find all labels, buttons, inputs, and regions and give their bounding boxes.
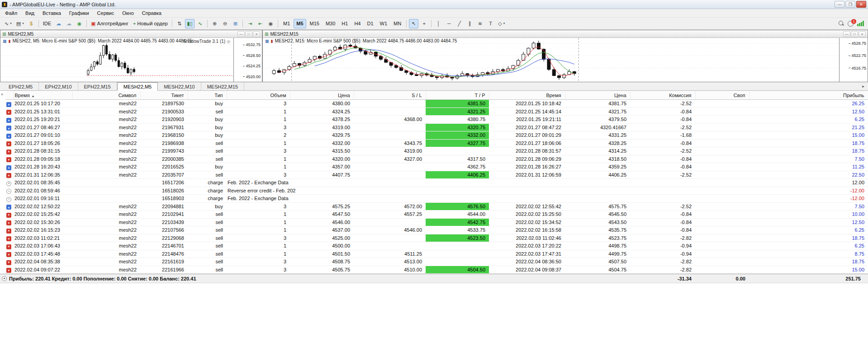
history-row[interactable]: ▼2022.02.02 15:25:42mesh2222102941sell14… [5,210,868,219]
timeframe-m1-button[interactable]: M1 [280,19,293,28]
bars-button[interactable]: ⇅ [175,19,184,28]
notifications-icon[interactable]: 1 [848,21,854,27]
candlestick-chart[interactable] [263,38,839,82]
history-row[interactable]: ▼2022.01.25 13:31:01mesh2221900533sell14… [5,108,868,116]
timeframe-mn-button[interactable]: MN [391,19,404,28]
community-icon[interactable]: ◉ [75,19,84,28]
zoom-in-button[interactable]: ⊕ [210,19,219,28]
history-row[interactable]: ▲2022.01.25 19:20:21mesh2221920903buy143… [5,116,868,124]
chart-tab-mesh22-m15[interactable]: MESH22,M15 [201,82,244,90]
chart-tab-mesh22-m5[interactable]: MESH22,M5 [117,82,158,91]
text-button[interactable]: T [486,19,495,28]
close-toolbox-button[interactable]: × [1,93,3,97]
column-header-close-time[interactable]: Время [489,91,565,100]
history-row[interactable]: ▼2022.02.03 11:02:21mesh2222129068sell34… [5,234,868,242]
menu-item-4[interactable]: Сервис [93,9,119,17]
candlestick-chart[interactable] [0,38,233,82]
history-row[interactable]: ▼2022.02.04 08:35:38mesh2222161619sell34… [5,258,868,266]
price-axis[interactable]: 4528.754522.754516.75 [839,38,868,82]
timeframe-m30-button[interactable]: M30 [323,19,338,28]
timeframe-m5-button[interactable]: M5 [294,19,306,28]
history-row[interactable]: ▲2022.01.27 08:46:27mesh2221967931buy343… [5,123,868,131]
column-header-symbol[interactable]: Символ [72,91,140,100]
column-header-volume[interactable]: Объем [227,91,290,100]
column-header-sl[interactable]: S / L [354,91,426,100]
chart-canvas[interactable]: ▦ ▮ MESH22, M15: Micro E-mini S&P 500 ($… [263,38,868,82]
column-header-time[interactable]: Время▲ [14,91,72,100]
minimize-button[interactable]: — [835,1,844,8]
history-row[interactable]: ▲2022.01.27 09:01:10mesh2221968150buy243… [5,131,868,140]
menu-item-1[interactable]: Вид [21,9,38,17]
column-header-swap[interactable]: Своп [695,91,749,100]
timeframe-m15-button[interactable]: M15 [307,19,322,28]
chart-restore-button[interactable]: □ [851,31,858,37]
menu-item-0[interactable]: Файл [1,9,21,17]
new-chart-button[interactable]: ▤▾ [14,19,26,28]
line-chart-button[interactable]: ∿ [195,19,205,28]
ide-button[interactable]: IDE [41,19,53,28]
timeframe-w1-button[interactable]: W1 [377,19,390,28]
column-header-commission[interactable]: Комиссия [630,91,695,100]
chart-tab-eph22-m5[interactable]: EPH22,M5 [3,82,39,90]
chart-close-button[interactable]: × [253,31,260,37]
menu-item-5[interactable]: Окно [118,9,138,17]
history-row[interactable]: ▼2022.01.27 18:05:26mesh2221986938sell14… [5,139,868,147]
column-header-ticket[interactable]: Тикет [140,91,188,100]
column-header-profit[interactable]: Прибыль [749,91,868,100]
chart-window-titlebar[interactable]: ▥ MESH22,M15 — □ × [263,30,868,38]
column-header-price[interactable]: Цена [290,91,354,100]
shapes-button[interactable]: ◇▾ [496,19,507,28]
chart-canvas[interactable]: ▦ ▮ MESH22, M5: Micro E-mini S&P 500 ($5… [0,38,262,82]
history-row[interactable]: ▼2022.02.04 09:07:22mesh2222161966sell34… [5,266,868,274]
crosshair-button[interactable]: + [419,19,429,28]
screenshot-button[interactable]: ◉ [266,19,275,28]
shift-chart-button[interactable]: ⇥ [245,19,255,28]
history-row[interactable]: ▼2022.01.31 12:06:35mesh2222035707sell34… [5,171,868,179]
timeframe-h1-button[interactable]: H1 [339,19,351,28]
column-header-type[interactable]: Тип [188,91,227,100]
history-row[interactable]: ▲2022.02.02 12:50:22mesh2222094881buy345… [5,202,868,210]
chart-tab-eph22-m15[interactable]: EPH22,M15 [78,82,117,90]
zoom-out-button[interactable]: ⊖ [220,19,230,28]
history-row[interactable]: ▼2022.02.03 17:45:48mesh2222148476sell14… [5,250,868,258]
column-header-tp[interactable]: T / P [426,91,489,100]
history-row[interactable]: ▼2022.01.28 09:05:18mesh2222000385sell14… [5,155,868,163]
maximize-button[interactable]: ❐ [845,1,855,8]
close-button[interactable]: ✕ [856,1,866,8]
price-axis[interactable]: 4532.754528.504524.254520.00 [233,38,262,82]
history-row[interactable]: ▼2022.01.28 08:31:15mesh2221999743sell34… [5,147,868,155]
menu-item-3[interactable]: Графики [65,9,93,17]
history-row[interactable]: ▲2022.01.25 10:17:20mesh2221897530buy343… [5,100,868,108]
trendline-button[interactable]: ╱ [455,19,464,28]
new-order-button[interactable]: +Новый ордер [131,19,170,28]
cursor-button[interactable]: ↖ [409,19,418,28]
channel-button[interactable]: ∥ [465,19,474,28]
column-header-icon[interactable] [5,91,14,100]
history-row[interactable]: −2022.02.01 09:16:1116518903chargeFeb. 2… [5,195,868,203]
column-header-close-price[interactable]: Цена [565,91,630,100]
menu-item-6[interactable]: Справка [138,9,166,17]
chart-tab-eph22-m10[interactable]: EPH22,M10 [39,82,78,90]
timeframe-h4-button[interactable]: H4 [351,19,363,28]
vertical-line-button[interactable]: │ [434,19,443,28]
chart-tab-mesh22-m10[interactable]: MESH22,M10 [158,82,201,90]
tile-windows-button[interactable]: ⊞ [231,19,240,28]
history-row[interactable]: ▼2022.02.02 15:30:26mesh2222103439sell14… [5,218,868,226]
history-row[interactable]: ▼2022.02.03 17:06:43mesh2222146701sell14… [5,242,868,250]
timeframe-d1-button[interactable]: D1 [364,19,376,28]
history-row[interactable]: ▲2022.01.28 16:20:43mesh2222016525buy143… [5,163,868,171]
chart-minimize-button[interactable]: — [843,31,850,37]
fibonacci-button[interactable]: ≋ [475,19,485,28]
auto-scroll-button[interactable]: ⇤ [256,19,265,28]
history-row[interactable]: ▼2022.02.02 16:15:23mesh2222107566sell14… [5,226,868,234]
search-icon[interactable] [839,21,844,26]
chart-window-titlebar[interactable]: ▥ MESH22,M5 — □ × [0,30,262,38]
cloud-download-icon[interactable]: ☁ [54,19,63,28]
chart-minimize-button[interactable]: — [237,31,245,37]
chart-close-button[interactable]: × [859,31,866,37]
history-row[interactable]: −2022.02.01 08:59:4616518026chargeRevers… [5,187,868,195]
profiles-button[interactable]: $ [27,19,36,28]
menu-item-2[interactable]: Вставка [38,9,65,17]
pin-icon[interactable]: ◎ [227,39,230,44]
candles-button[interactable]: ▮▯ [185,19,194,28]
